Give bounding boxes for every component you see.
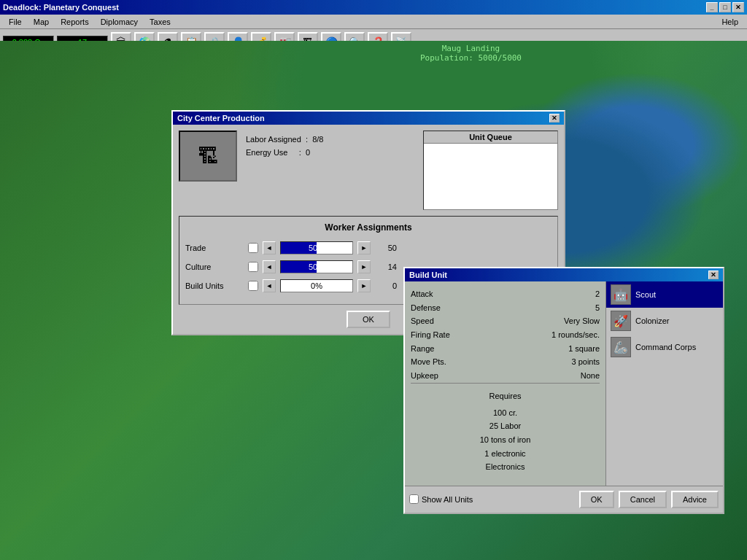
build-cancel-button[interactable]: Cancel bbox=[619, 491, 667, 508]
build-content: Attack 2 Defense 5 Speed Very Slow Firin… bbox=[405, 281, 723, 486]
build-units-checkbox[interactable] bbox=[248, 281, 258, 291]
requires-item-2: 25 Labor bbox=[417, 419, 594, 433]
defense-label: Defense bbox=[411, 301, 441, 315]
city-top-row: 🏗 Labor Assigned : 8/8 Energy Use : 0 U bbox=[179, 131, 558, 210]
menu-reports[interactable]: Reports bbox=[55, 16, 95, 28]
colonizer-label: Colonizer bbox=[635, 316, 669, 325]
attack-value: 2 bbox=[595, 287, 600, 301]
city-info-overlay: Maug Landing Population: 5000/5000 bbox=[417, 41, 525, 66]
move-pts-row: Move Pts. 3 points bbox=[411, 355, 600, 369]
unit-item-colonizer[interactable]: 🚀 Colonizer bbox=[606, 308, 723, 334]
units-list: 🤖 Scout 🚀 Colonizer 🦾 Command Corps bbox=[606, 281, 723, 486]
menu-diplomacy[interactable]: Diplomacy bbox=[95, 16, 144, 28]
city-dialog-titlebar: City Center Production ✕ bbox=[173, 112, 564, 125]
culture-decrease-button[interactable]: ◄ bbox=[263, 260, 276, 273]
build-stats-panel: Attack 2 Defense 5 Speed Very Slow Firin… bbox=[405, 281, 606, 486]
show-all-text: Show All Units bbox=[422, 495, 473, 504]
trade-percent: 50% bbox=[281, 244, 352, 252]
trade-value: 50 bbox=[375, 244, 397, 252]
build-units-increase-button[interactable]: ► bbox=[357, 279, 371, 292]
culture-bar: 50% bbox=[280, 260, 353, 273]
labor-assigned-label: Labor Assigned bbox=[246, 135, 301, 144]
upkeep-row: Upkeep None bbox=[411, 369, 600, 383]
range-value: 1 square bbox=[568, 342, 600, 356]
requires-item-1: 100 cr. bbox=[417, 406, 594, 420]
build-unit-dialog: Build Unit ✕ Attack 2 Defense 5 Speed Ve… bbox=[403, 267, 724, 514]
unit-item-command-corps[interactable]: 🦾 Command Corps bbox=[606, 334, 723, 360]
requires-section: Requires 100 cr. 25 Labor 10 tons of iro… bbox=[411, 383, 600, 480]
upkeep-label: Upkeep bbox=[411, 369, 438, 383]
window-title: Deadlock: Planetary Conquest bbox=[3, 3, 119, 12]
worker-row-trade: Trade ◄ 50% ► 50 bbox=[185, 241, 551, 254]
firing-rate-value: 1 rounds/sec. bbox=[551, 328, 600, 342]
energy-use-label: Energy Use bbox=[246, 148, 287, 157]
show-all-label: Show All Units bbox=[409, 494, 473, 504]
labor-assigned-value: 8/8 bbox=[312, 135, 323, 144]
speed-label: Speed bbox=[411, 314, 434, 328]
menu-map[interactable]: Map bbox=[28, 16, 55, 28]
trade-checkbox[interactable] bbox=[248, 243, 258, 253]
city-dialog-title: City Center Production bbox=[177, 114, 265, 122]
city-population: Population: 5000/5000 bbox=[420, 53, 522, 63]
build-bottom-bar: Show All Units OK Cancel Advice bbox=[405, 486, 723, 513]
trade-label: Trade bbox=[185, 244, 244, 252]
close-button[interactable]: ✕ bbox=[732, 2, 744, 12]
trade-decrease-button[interactable]: ◄ bbox=[263, 241, 276, 254]
scout-icon: 🤖 bbox=[611, 284, 631, 305]
attack-row: Attack 2 bbox=[411, 287, 600, 301]
build-dialog-title: Build Unit bbox=[409, 271, 447, 279]
firing-rate-label: Firing Rate bbox=[411, 328, 450, 342]
menu-taxes[interactable]: Taxes bbox=[144, 16, 177, 28]
culture-increase-button[interactable]: ► bbox=[357, 260, 371, 273]
labor-assigned: Labor Assigned : 8/8 bbox=[246, 133, 414, 147]
show-all-checkbox[interactable] bbox=[409, 494, 419, 504]
build-units-percent: 0% bbox=[281, 281, 352, 290]
upkeep-value: None bbox=[581, 369, 600, 383]
menu-file[interactable]: File bbox=[3, 16, 28, 28]
build-units-decrease-button[interactable]: ◄ bbox=[263, 279, 276, 292]
firing-rate-row: Firing Rate 1 rounds/sec. bbox=[411, 328, 600, 342]
energy-use: Energy Use : 0 bbox=[246, 147, 414, 160]
window-controls: _ □ ✕ bbox=[706, 2, 744, 12]
requires-item-5: Electronics bbox=[417, 460, 594, 474]
trade-increase-button[interactable]: ► bbox=[357, 241, 371, 254]
build-ok-button[interactable]: OK bbox=[579, 491, 614, 508]
minimize-button[interactable]: _ bbox=[706, 2, 718, 12]
speed-value: Very Slow bbox=[564, 314, 600, 328]
scout-label: Scout bbox=[635, 290, 656, 299]
city-ok-button[interactable]: OK bbox=[347, 311, 390, 328]
menu-help[interactable]: Help bbox=[716, 16, 744, 28]
range-row: Range 1 square bbox=[411, 342, 600, 356]
requires-item-3: 10 tons of iron bbox=[417, 433, 594, 447]
move-pts-value: 3 points bbox=[571, 355, 600, 369]
colonizer-icon: 🚀 bbox=[611, 311, 631, 331]
command-corps-label: Command Corps bbox=[635, 343, 696, 351]
maximize-button[interactable]: □ bbox=[719, 2, 731, 12]
energy-use-value: 0 bbox=[306, 148, 310, 157]
city-dialog-close[interactable]: ✕ bbox=[549, 114, 560, 122]
unit-item-scout[interactable]: 🤖 Scout bbox=[606, 281, 723, 308]
trade-bar: 50% bbox=[280, 241, 353, 254]
build-dialog-close[interactable]: ✕ bbox=[708, 271, 719, 279]
build-action-buttons: OK Cancel Advice bbox=[579, 491, 719, 508]
command-corps-icon: 🦾 bbox=[611, 337, 631, 357]
unit-queue-box: Unit Queue bbox=[423, 131, 558, 210]
build-units-label: Build Units bbox=[185, 281, 244, 290]
game-area: Maug Landing Population: 5000/5000 City … bbox=[0, 41, 747, 560]
city-name: Maug Landing bbox=[420, 44, 522, 53]
build-advice-button[interactable]: Advice bbox=[671, 491, 719, 508]
speed-row: Speed Very Slow bbox=[411, 314, 600, 328]
build-units-value: 0 bbox=[375, 281, 397, 290]
culture-checkbox[interactable] bbox=[248, 262, 258, 272]
unit-queue-title: Unit Queue bbox=[424, 131, 557, 144]
building-icon: 🏗 bbox=[179, 131, 237, 182]
attack-label: Attack bbox=[411, 287, 433, 301]
requires-title: Requires bbox=[417, 389, 594, 403]
labor-info: Labor Assigned : 8/8 Energy Use : 0 bbox=[243, 131, 417, 210]
culture-value: 14 bbox=[375, 262, 397, 271]
menu-bar: File Map Reports Diplomacy Taxes Help bbox=[0, 15, 747, 29]
defense-value: 5 bbox=[595, 301, 600, 315]
unit-queue-content bbox=[424, 144, 557, 209]
build-units-bar: 0% bbox=[280, 279, 353, 292]
culture-label: Culture bbox=[185, 262, 244, 271]
